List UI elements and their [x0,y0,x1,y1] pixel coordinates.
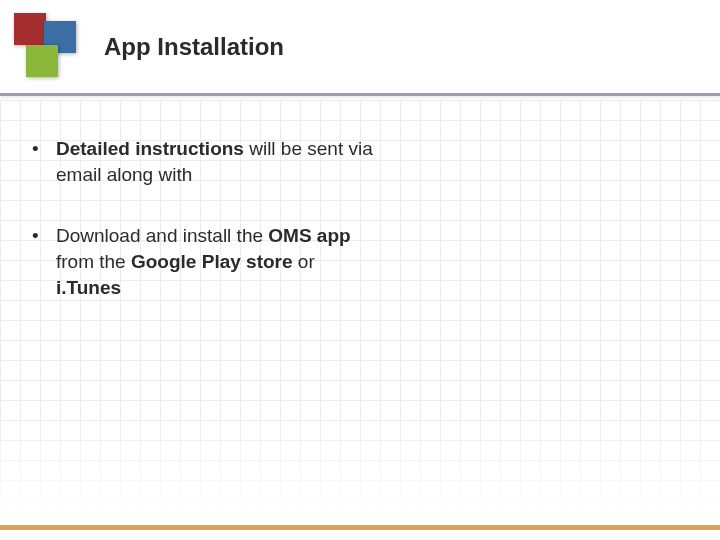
text-run: or [293,251,315,272]
bullet-list: Detailed instructions will be sent via e… [22,136,688,300]
slide-body: Detailed instructions will be sent via e… [0,96,720,300]
text-run: i.Tunes [56,277,121,298]
bottom-accent-bar [0,525,720,530]
text-run: from the [56,251,131,272]
bullet-item: Download and install the OMS app from th… [22,223,382,300]
slide-title: App Installation [104,33,284,61]
text-run: Download and install the [56,225,268,246]
text-run: Detailed instructions [56,138,244,159]
text-run: OMS app [268,225,350,246]
logo-squares-icon [14,13,82,81]
slide-header: App Installation [0,0,720,96]
text-run: Google Play store [131,251,293,272]
bullet-item: Detailed instructions will be sent via e… [22,136,382,187]
